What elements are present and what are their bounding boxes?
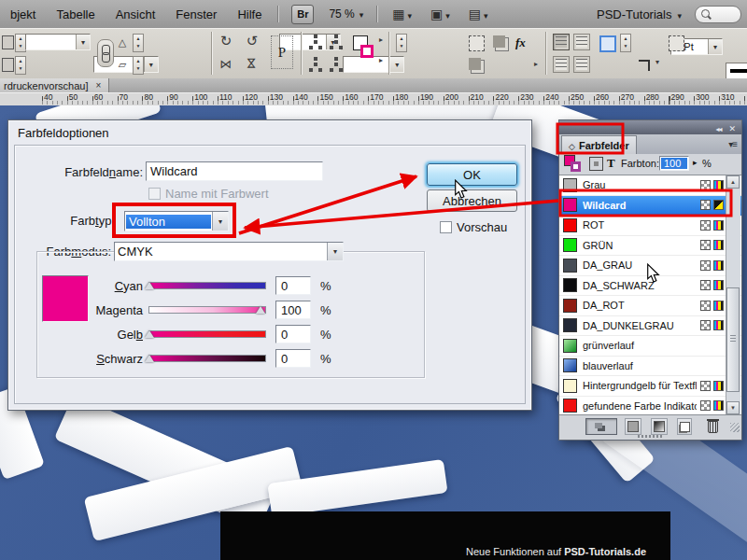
corner-options-icon[interactable] [469, 35, 485, 51]
select-content-icon[interactable] [308, 34, 323, 49]
swatch-name-input[interactable]: Wildcard [146, 161, 323, 181]
slider-track[interactable] [148, 282, 266, 289]
screen-mode-button[interactable] [430, 7, 450, 21]
reference-point-icon[interactable] [2, 58, 14, 72]
swatch-row[interactable]: blauverlauf [559, 357, 741, 377]
fill-stroke-proxy[interactable] [564, 155, 585, 174]
slider-value-input[interactable]: 0 [275, 325, 311, 343]
rotate-cw-icon[interactable] [218, 34, 233, 49]
x-position-field[interactable] [25, 34, 91, 50]
slider-value-input[interactable]: 0 [275, 276, 311, 295]
select-previous-icon[interactable] [329, 34, 344, 49]
chevron-down-icon[interactable] [212, 212, 228, 231]
document-tab[interactable]: rdruckenvorschau] × [0, 78, 109, 92]
scrollbar-thumb[interactable] [726, 287, 740, 392]
delete-swatch-button[interactable] [705, 418, 720, 435]
menu-item[interactable]: Tabelle [46, 7, 105, 21]
panel-drag-dots[interactable] [638, 435, 662, 438]
jump-object-icon[interactable] [573, 56, 590, 73]
slider-thumb[interactable] [145, 330, 154, 338]
swatch-row[interactable]: grünverlauf [559, 336, 741, 357]
close-panel-icon[interactable] [728, 122, 736, 133]
stroke-style-field[interactable] [726, 63, 747, 79]
swatch-row[interactable]: gefundene Farbe Indikator [559, 397, 741, 417]
slider-thumb[interactable] [256, 306, 265, 314]
flip-horizontal-icon[interactable] [218, 56, 233, 71]
select-parent-icon[interactable] [329, 56, 344, 71]
close-icon[interactable]: × [96, 80, 102, 91]
menu-item[interactable]: Ansicht [106, 7, 166, 21]
swatch-row[interactable]: DA_ROT [559, 296, 741, 316]
chevron-down-icon[interactable] [76, 35, 90, 49]
swatch-row[interactable]: Grau [559, 175, 741, 196]
chevron-down-icon[interactable] [389, 57, 403, 72]
color-mode-dropdown[interactable]: CMYK [114, 242, 344, 261]
formatting-affects-container-icon[interactable] [589, 157, 603, 171]
tint-flyout-icon[interactable] [693, 158, 698, 167]
stroke-weight-stepper[interactable] [396, 34, 407, 52]
select-container-icon[interactable]: P [271, 35, 293, 69]
drop-shadow-icon[interactable] [493, 35, 505, 48]
wrap-object-shape-icon[interactable] [553, 56, 570, 73]
panel-resize-grip[interactable] [730, 423, 740, 432]
stroke-color-swatch[interactable] [360, 45, 374, 58]
shear-stepper[interactable] [133, 56, 144, 75]
rotation-stepper[interactable] [133, 34, 144, 52]
slider-value-input[interactable]: 100 [275, 301, 311, 319]
wrap-bounding-box-icon[interactable] [573, 34, 590, 50]
swatch-views-button[interactable] [585, 418, 617, 435]
stroke-flyout-icon[interactable]: ▸ [379, 56, 383, 64]
name-with-color-checkbox[interactable] [148, 188, 161, 200]
menu-item[interactable]: bjekt [0, 7, 46, 21]
slider-track[interactable] [148, 330, 266, 338]
tint-input[interactable]: 100 [659, 156, 689, 171]
effects-icon[interactable]: fx [515, 35, 526, 50]
swatch-row[interactable]: ROT [559, 216, 741, 236]
rotate-ccw-icon[interactable] [245, 34, 260, 49]
slider-thumb[interactable] [145, 355, 154, 362]
swatch-row[interactable]: Wildcard [559, 196, 741, 217]
show-color-swatches-button[interactable] [625, 418, 641, 435]
chevron-down-icon[interactable] [144, 57, 158, 72]
frame-edges-icon[interactable] [599, 35, 616, 52]
y-position-stepper[interactable] [15, 56, 26, 75]
constrain-proportions-icon[interactable] [97, 39, 114, 67]
menu-item[interactable]: Fenster [165, 7, 227, 21]
slider-value-input[interactable]: 0 [275, 349, 311, 368]
no-text-wrap-icon[interactable] [553, 34, 570, 50]
flip-vertical-icon[interactable] [245, 56, 260, 71]
ok-button[interactable]: OK [427, 163, 517, 186]
opacity-flyout-icon[interactable]: ▸ [534, 60, 538, 68]
show-gradient-swatches-button[interactable] [651, 418, 668, 435]
shear-field[interactable] [343, 56, 404, 73]
corner-shape-dropdown-icon[interactable]: ▾ [655, 58, 659, 66]
object-style-icon[interactable] [669, 35, 684, 51]
window-layout-button[interactable] [469, 7, 488, 21]
new-swatch-button[interactable] [677, 418, 692, 435]
swatch-row[interactable]: Hintergrundgelb für Textflä... [559, 376, 741, 397]
select-next-icon[interactable] [308, 56, 323, 71]
swatch-row[interactable]: DA_GRAU [559, 256, 741, 276]
slider-track[interactable] [148, 306, 266, 314]
reference-point-icon[interactable] [2, 35, 14, 49]
corner-shape-icon[interactable] [639, 60, 650, 71]
swatch-row[interactable]: GRÜN [559, 236, 741, 257]
transparency-icon[interactable] [469, 58, 481, 70]
slider-thumb[interactable] [145, 282, 154, 289]
collapse-panel-icon[interactable] [715, 122, 721, 133]
scroll-down-icon[interactable] [726, 401, 740, 414]
cancel-button[interactable]: Abbrechen [427, 189, 517, 212]
color-type-dropdown[interactable]: Vollton [124, 211, 229, 231]
chevron-down-icon[interactable] [708, 39, 722, 54]
chevron-down-icon[interactable] [327, 243, 343, 260]
view-options-button[interactable] [392, 7, 412, 21]
swatch-row[interactable]: DA_SCHWARZ [559, 276, 741, 297]
search-input[interactable] [695, 6, 741, 23]
wrap-offset-stepper[interactable] [620, 34, 631, 52]
scroll-up-icon[interactable] [726, 175, 740, 189]
panel-menu-icon[interactable] [728, 138, 737, 149]
workspace-switcher[interactable]: PSD-Tutorials [597, 7, 682, 21]
menu-item[interactable]: Hilfe [227, 7, 272, 21]
zoom-level-control[interactable]: 75 % [329, 7, 363, 21]
fill-flyout-icon[interactable]: ▸ [379, 35, 383, 44]
